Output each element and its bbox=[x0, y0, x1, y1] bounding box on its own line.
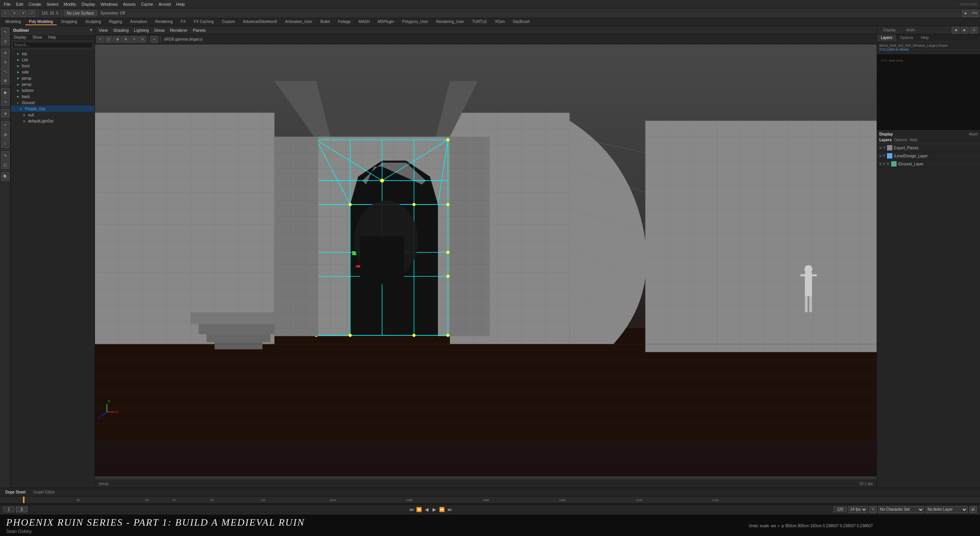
step-back-btn[interactable]: ⏪ bbox=[416, 506, 423, 513]
menu-select[interactable]: Select bbox=[44, 1, 61, 7]
frame-current-input[interactable] bbox=[16, 507, 28, 512]
tab-rendering-user[interactable]: Rendering_User bbox=[432, 19, 468, 25]
layer-item-ground[interactable]: V P R /Ground_Layer bbox=[877, 160, 980, 168]
rpanel-tab-layers[interactable]: Layers bbox=[877, 34, 896, 41]
tab-bullet[interactable]: Bullet bbox=[317, 19, 334, 25]
viewport-canvas[interactable]: X Y Z bbox=[95, 44, 877, 476]
rpanel-header-display[interactable]: Display bbox=[879, 27, 900, 33]
tab-msplugin[interactable]: MSPlugin bbox=[374, 19, 398, 25]
lasso-tool[interactable]: ⊙ bbox=[1, 37, 10, 45]
tree-item-back[interactable]: ■ bottom bbox=[11, 87, 95, 93]
tree-item-people-grp[interactable]: ▸ Ground bbox=[11, 100, 95, 106]
sound-btn[interactable]: 🔊 bbox=[969, 506, 977, 513]
menu-edit[interactable]: Edit bbox=[14, 1, 26, 7]
tab-rendering[interactable]: Rendering bbox=[151, 19, 176, 25]
tree-item-default-light-set[interactable]: ◈ null bbox=[11, 112, 95, 118]
ipr-btn[interactable]: IPR bbox=[971, 10, 978, 17]
menu-arnold[interactable]: Arnold bbox=[156, 1, 173, 7]
tree-item-bottom[interactable]: ■ persp bbox=[11, 81, 95, 87]
tree-item-persp[interactable]: ■ persp bbox=[11, 75, 95, 81]
rpanel-prev-btn[interactable]: ◀ bbox=[952, 27, 959, 34]
tab-mash[interactable]: MASH bbox=[355, 19, 374, 25]
tree-item-top[interactable]: ■ top bbox=[11, 51, 95, 57]
vp-lighting-icon[interactable]: ☀ bbox=[130, 36, 138, 43]
scale-tool-left[interactable]: ⤡ bbox=[1, 67, 10, 75]
refresh-btn[interactable]: ↻ bbox=[869, 506, 877, 513]
grid-snap[interactable]: ⊞ bbox=[1, 130, 10, 139]
play-forward-btn[interactable]: ▶ bbox=[431, 506, 438, 513]
viewport-menu-show[interactable]: Show bbox=[152, 27, 167, 33]
layer-item-leveldesign[interactable]: V P /LevelDesign_Layer bbox=[877, 152, 980, 160]
outliner-tab-help[interactable]: Help bbox=[45, 34, 59, 40]
curve-snap[interactable]: ⌇ bbox=[1, 139, 10, 148]
tab-rigging[interactable]: Rigging bbox=[105, 19, 126, 25]
menu-windows[interactable]: Windows bbox=[98, 1, 120, 7]
search-tool-left[interactable]: 🔍 bbox=[1, 172, 10, 181]
scale-tool[interactable]: ⤢ bbox=[28, 10, 36, 17]
step-forward-btn[interactable]: ⏩ bbox=[439, 506, 446, 513]
tree-item-ground[interactable]: ■ back bbox=[11, 93, 95, 100]
go-to-start-btn[interactable]: ⏮ bbox=[408, 506, 415, 513]
vp-shading-icon[interactable]: ◑ bbox=[113, 36, 121, 43]
rpanel-tab-help[interactable]: Help bbox=[917, 34, 933, 41]
vp-xray-icon[interactable]: ⊡ bbox=[139, 36, 146, 43]
rpanel-next-btn[interactable]: ▶ bbox=[961, 27, 969, 34]
vp-grid-icon[interactable]: # bbox=[150, 36, 158, 43]
sculpt-tool[interactable]: ∿ bbox=[1, 97, 10, 106]
fps-select[interactable]: 24 fps 30 fps bbox=[848, 506, 867, 513]
tab-animation[interactable]: Animation bbox=[126, 19, 151, 25]
tab-foliage[interactable]: Foliage bbox=[334, 19, 354, 25]
timeline-tab-graph-editor[interactable]: Graph Editor bbox=[29, 489, 59, 495]
tab-snapping[interactable]: Snapping bbox=[57, 19, 81, 25]
outliner-tab-display[interactable]: Display bbox=[11, 34, 29, 40]
menu-create[interactable]: Create bbox=[26, 1, 44, 7]
viewport-menu-renderer[interactable]: Renderer bbox=[168, 27, 190, 33]
tab-animation-user[interactable]: Animation_User bbox=[281, 19, 316, 25]
layer-item-export-pieces[interactable]: V P Export_Pieces bbox=[877, 144, 980, 152]
viewport-menu-view[interactable]: View bbox=[96, 27, 110, 33]
tab-poly-modeling[interactable]: Poly Modeling bbox=[25, 19, 57, 25]
viewport-menu-lighting[interactable]: Lighting bbox=[132, 27, 151, 33]
menu-display[interactable]: Display bbox=[79, 1, 98, 7]
tab-sculpting[interactable]: Sculpting bbox=[82, 19, 105, 25]
rpanel-tab-options[interactable]: Options bbox=[896, 34, 917, 41]
menu-cache[interactable]: Cache bbox=[139, 1, 155, 7]
timeline-ruler[interactable]: 1 30 60 70 90 120 1020 1040 1060 1080 11… bbox=[0, 497, 980, 503]
select-tool-left[interactable]: ↖ bbox=[1, 28, 10, 36]
move-tool[interactable]: ✛ bbox=[10, 10, 18, 17]
snapping-btn-left[interactable]: ⌖ bbox=[1, 121, 10, 129]
soft-modification[interactable]: ◉ bbox=[1, 88, 10, 96]
tab-fx-caching[interactable]: FX Caching bbox=[190, 19, 217, 25]
vp-wireframe-icon[interactable]: ⊞ bbox=[122, 36, 129, 43]
tree-item-side[interactable]: ■ side bbox=[11, 69, 95, 75]
show-manipulator[interactable]: ⊕ bbox=[1, 109, 10, 118]
tab-fx[interactable]: FX bbox=[177, 19, 189, 25]
move-tool-left[interactable]: ✛ bbox=[1, 49, 10, 57]
tab-gazbrush[interactable]: GazBrush bbox=[509, 19, 533, 25]
tab-turtle[interactable]: TURTLE bbox=[468, 19, 491, 25]
tab-advanced-skeleton[interactable]: AdvancedSkeleton5 bbox=[239, 19, 281, 25]
vp-select-icon[interactable]: ↖ bbox=[96, 36, 104, 43]
timeline-tab-dope-sheet[interactable]: Dope Sheet bbox=[2, 489, 29, 495]
menu-file[interactable]: File bbox=[2, 1, 13, 7]
outliner-tab-show[interactable]: Show bbox=[29, 34, 45, 40]
tab-polygons-user[interactable]: Polygons_User bbox=[399, 19, 432, 25]
rpanel-header-anim[interactable]: Anim bbox=[903, 27, 919, 33]
frame-end-input[interactable] bbox=[833, 507, 847, 512]
tree-item-list[interactable]: ■ List bbox=[11, 57, 95, 63]
rotate-tool[interactable]: ↺ bbox=[19, 10, 27, 17]
tree-item-null[interactable]: ▸ People_Grp bbox=[11, 106, 95, 112]
tab-modeling[interactable]: Modeling bbox=[2, 19, 25, 25]
select-tool[interactable]: ↖ bbox=[2, 10, 9, 17]
go-to-end-btn[interactable]: ⏭ bbox=[446, 506, 453, 513]
cvs-info[interactable]: CVs (click to show) bbox=[879, 47, 978, 51]
character-set-select[interactable]: No Character Set bbox=[878, 506, 924, 513]
camera-tool[interactable]: ◫ bbox=[1, 160, 10, 169]
rotate-tool-left[interactable]: ↻ bbox=[1, 58, 10, 66]
frame-start-input[interactable] bbox=[3, 507, 15, 512]
menu-help[interactable]: Help bbox=[174, 1, 187, 7]
play-back-btn[interactable]: ◀ bbox=[423, 506, 430, 513]
viewport-menu-panels[interactable]: Panels bbox=[191, 27, 208, 33]
outliner-search-input[interactable] bbox=[12, 42, 93, 48]
render-btn[interactable]: ▶ bbox=[962, 10, 970, 17]
